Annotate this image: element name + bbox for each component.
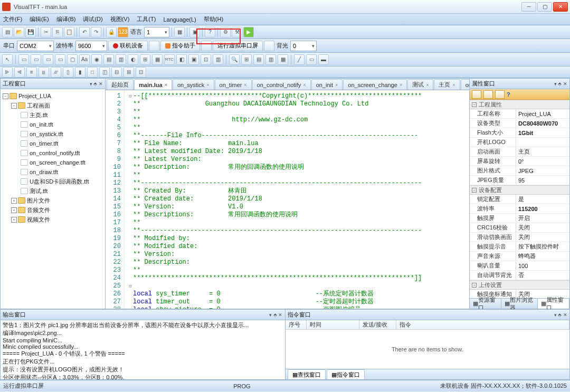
menu-view[interactable]: 视图(V) [110,15,130,23]
editor-tab[interactable]: on_timer× [215,79,252,90]
tab-close-icon[interactable]: × [426,82,429,88]
tree-file[interactable]: 主页.tft [2,110,104,120]
btn2-icon[interactable]: ▭ [31,54,41,65]
fill-icon[interactable]: ▬ [318,54,329,65]
close-button[interactable]: ✕ [553,2,568,12]
prop-row[interactable]: 喇叭音量100 [470,261,569,271]
prop-category[interactable]: −设备配置 [470,185,569,195]
al7-icon[interactable]: ▮ [75,67,86,78]
al3-icon[interactable]: ≡ [26,67,37,78]
editor-tab[interactable]: 测试× [407,79,433,90]
open-icon[interactable]: 📂 [14,27,24,37]
align3-icon[interactable]: ▦ [278,54,288,65]
al12-icon[interactable]: ⊡ [136,67,146,78]
btn14-icon[interactable]: ◧ [176,54,187,65]
menu-help[interactable]: 帮助(H) [204,15,223,23]
num-icon[interactable]: 123 [118,27,128,37]
pin3-icon[interactable]: ▾ ⬘ ✕ [269,312,282,318]
pointer-icon[interactable]: ↖ [2,54,13,65]
menu-debug[interactable]: 调试(D) [83,15,102,23]
al8-icon[interactable]: □ [87,67,98,78]
editor-tab[interactable]: main.lua× [134,79,172,90]
save-icon[interactable]: 💾 [25,27,36,37]
prop-row[interactable]: 启动画面主页 [470,147,569,157]
editor-tab[interactable]: on_draw× [461,79,469,90]
tree-file[interactable]: on_systick.tft [2,129,104,139]
run-icon[interactable]: ▶ [243,27,254,37]
btn11-icon[interactable]: ⊞ [140,54,150,65]
editor-tab[interactable]: on_screen_change× [343,79,407,90]
tree-file[interactable]: U盘和SD卡回调函数.tft [2,177,104,186]
grid-icon[interactable]: ⊞ [241,54,252,65]
menu-language[interactable]: Language(L) [163,16,196,23]
align2-icon[interactable]: ▥ [265,54,276,65]
build-icon[interactable]: ⚙ [220,27,231,37]
tree-file[interactable]: on_control_notify.tft [2,148,104,158]
project-tree[interactable]: −Project_LUA−工程画面主页.tfton_init.tfton_sys… [1,89,105,309]
prop-row[interactable]: 触摸屏开启 [470,214,569,223]
rtab-imgbrowse[interactable]: ▦ 图片浏览器 [501,299,538,309]
cmd-helper-button[interactable]: 指令助手 [160,41,200,51]
tree-file[interactable]: 测试.tft [2,186,104,196]
backlight-combo[interactable]: 0 [290,41,317,51]
tree-file[interactable]: on_screen_change.tft [2,158,104,167]
prop-row[interactable]: JPEG质量95 [470,176,569,185]
tab-close-icon[interactable]: × [400,82,402,88]
btn1-icon[interactable]: ▭ [18,54,29,65]
copy-icon[interactable]: ⎘ [52,27,63,37]
tool-a-icon[interactable]: ▦ [174,27,185,37]
al11-icon[interactable]: ⊞ [124,67,134,78]
cmd-tab-find[interactable]: ▦ 查找窗口 [288,369,326,379]
tab-close-icon[interactable]: × [303,82,306,88]
mic2-icon[interactable] [201,41,212,51]
cut-icon[interactable]: ✂ [41,27,51,37]
rect-icon[interactable]: ▭ [306,54,317,65]
editor-tab[interactable]: 起始页 [107,79,134,90]
baud-combo[interactable]: 9600 [75,41,107,51]
btn10-icon[interactable]: ◐ [128,54,138,65]
prop-row[interactable]: 声音来源蜂鸣器 [470,252,569,261]
tree-folder[interactable]: −工程画面 [2,101,104,110]
tool-b-icon[interactable]: ▣ [189,27,200,37]
rtab-resource[interactable]: ▦ 资源窗口 [470,299,501,309]
serial-combo[interactable]: COM2 [17,41,54,51]
prop-category[interactable]: −上传设置 [470,280,569,290]
mic-icon[interactable] [149,41,159,51]
lock-icon[interactable]: 🔒 [106,27,117,37]
prop-row[interactable]: 工程名称Project_LUA [470,109,569,119]
prop-page-icon[interactable] [495,90,505,99]
paste-icon[interactable]: 📋 [64,27,74,37]
prop-row[interactable]: Flash大小1Gbit [470,128,569,138]
editor-tab[interactable]: on_init× [311,79,343,90]
prop-sort-icon[interactable] [483,90,493,99]
prop-cat-icon[interactable] [472,90,481,99]
al1-icon[interactable]: ⫸ [2,67,13,78]
al6-icon[interactable]: ▯ [63,67,73,78]
editor-tab[interactable]: on_systick× [173,79,214,90]
btn17-icon[interactable]: ▥ [213,54,223,65]
btn16-icon[interactable]: ⊡ [201,54,211,65]
pin-icon[interactable]: ▾ ⬘ ✕ [90,81,103,87]
tree-file[interactable]: on_draw.tft [2,167,104,177]
tab-close-icon[interactable]: × [206,82,209,88]
undo-icon[interactable]: ↶ [79,27,90,37]
prop-row[interactable]: 触摸提示音按下触摸控件时 [470,242,569,252]
rtab-props[interactable]: ▦ 属性窗口 [538,299,569,309]
btn5-icon[interactable]: ▢ [67,54,78,65]
btn15-icon[interactable]: ▣ [188,54,199,65]
help-icon[interactable]: ? [205,27,215,37]
vserial-button[interactable]: 运行虚拟串口屏 [213,41,263,51]
al4-icon[interactable]: ⫼ [39,67,49,78]
btn13-icon[interactable]: RTC [164,54,175,65]
line-icon[interactable]: ╱ [294,54,305,65]
new-icon[interactable]: ▤ [2,27,13,37]
prop-row[interactable]: 屏幕旋转0° [470,157,569,166]
tree-root[interactable]: −Project_LUA [2,91,104,101]
menu-file[interactable]: 文件(F) [3,15,22,23]
btn6-icon[interactable]: Aa [79,54,90,65]
btn3-icon[interactable]: ▭ [43,54,53,65]
tree-folder[interactable]: +音频文件 [2,205,104,215]
lang-combo[interactable]: 1 [144,27,169,37]
tree-file[interactable]: on_init.tft [2,120,104,129]
tree-file[interactable]: on_timer.tft [2,139,104,148]
